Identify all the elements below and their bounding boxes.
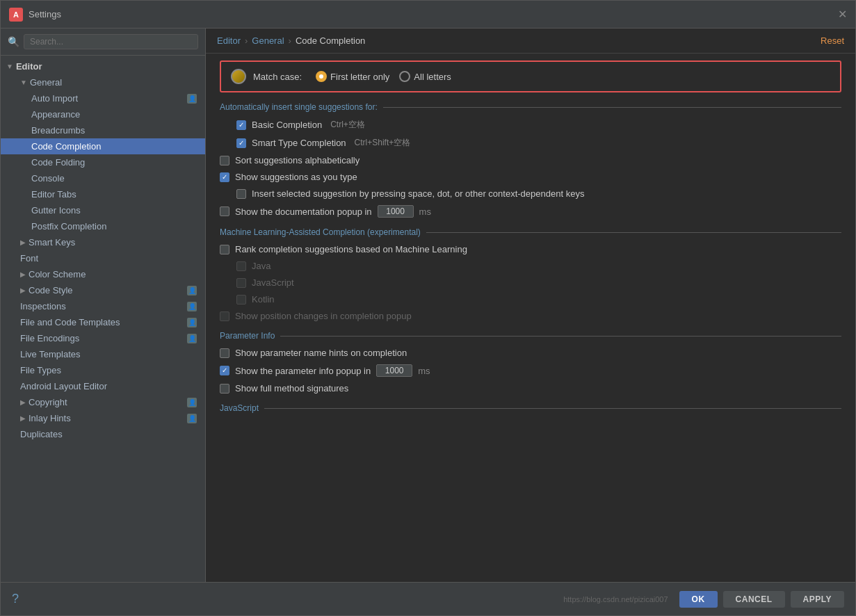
- check-label-show-doc: Show the documentation popup in: [235, 206, 372, 217]
- checkbox-full-method[interactable]: [220, 384, 229, 394]
- badge-icon: 👤: [187, 398, 197, 407]
- badge-icon: 👤: [187, 414, 197, 423]
- sidebar-item-auto-import[interactable]: Auto Import 👤: [1, 90, 205, 106]
- check-row-param-hints: Show parameter name hints on completion: [220, 348, 841, 358]
- search-input[interactable]: [24, 34, 198, 49]
- check-label-sort-alpha: Sort suggestions alphabetically: [235, 155, 360, 165]
- check-label-ml-rank: Rank completion suggestions based on Mac…: [235, 244, 467, 254]
- sidebar-item-file-encodings[interactable]: File Encodings 👤: [1, 330, 205, 346]
- breadcrumb-general[interactable]: General: [252, 35, 284, 46]
- sidebar-item-editor-tabs[interactable]: Editor Tabs: [1, 186, 205, 202]
- checkbox-smart-type[interactable]: [236, 138, 246, 148]
- sidebar-item-inlay-hints[interactable]: ▶ Inlay Hints 👤: [1, 410, 205, 426]
- checkbox-ml-rank[interactable]: [220, 245, 229, 254]
- apply-button[interactable]: APPLY: [791, 591, 844, 608]
- check-label-full-method: Show full method signatures: [235, 383, 348, 394]
- dialog-title: Settings: [29, 9, 61, 19]
- sidebar-item-label: Postfix Completion: [31, 221, 106, 232]
- chevron-right-icon: ▶: [20, 414, 26, 422]
- sidebar-item-file-types[interactable]: File Types: [1, 362, 205, 378]
- chevron-down-icon: ▼: [20, 79, 27, 86]
- check-label-insert-space: Insert selected suggestion by pressing s…: [252, 188, 584, 199]
- radio-all-letters[interactable]: All letters: [399, 71, 451, 82]
- sidebar-item-code-folding[interactable]: Code Folding: [1, 154, 205, 170]
- radio-label-first: First letter only: [330, 72, 389, 82]
- checkbox-basic-completion[interactable]: [236, 120, 246, 130]
- check-row-ml-rank: Rank completion suggestions based on Mac…: [220, 244, 841, 254]
- sidebar-item-label: Copyright: [29, 397, 67, 407]
- checkbox-ml-java[interactable]: [236, 261, 246, 271]
- check-row-ml-kotlin: Kotlin: [220, 294, 841, 305]
- javascript-section-title: JavaScript: [220, 403, 841, 413]
- checkbox-insert-space[interactable]: [236, 189, 246, 199]
- checkbox-ml-kotlin[interactable]: [236, 295, 246, 305]
- reset-button[interactable]: Reset: [821, 35, 844, 46]
- sidebar: 🔍 ▼ Editor ▼ General Auto Import 👤: [1, 29, 206, 582]
- chevron-down-icon: ▼: [6, 63, 13, 70]
- checkbox-show-suggestions[interactable]: [220, 172, 229, 182]
- param-popup-input[interactable]: [376, 364, 412, 377]
- sidebar-item-appearance[interactable]: Appearance: [1, 106, 205, 122]
- sidebar-item-gutter-icons[interactable]: Gutter Icons: [1, 202, 205, 218]
- sidebar-item-code-style[interactable]: ▶ Code Style 👤: [1, 282, 205, 298]
- app-icon: A: [9, 8, 23, 22]
- param-popup-ms-label: ms: [418, 366, 430, 376]
- sidebar-item-duplicates[interactable]: Duplicates: [1, 426, 205, 442]
- check-label-ml-javascript: JavaScript: [252, 277, 294, 288]
- check-label-ml-kotlin: Kotlin: [252, 294, 275, 305]
- checkbox-param-popup[interactable]: [220, 366, 229, 375]
- sidebar-item-live-templates[interactable]: Live Templates: [1, 346, 205, 362]
- sidebar-item-label: Code Folding: [31, 157, 85, 168]
- checkbox-show-position[interactable]: [220, 311, 229, 321]
- ok-button[interactable]: OK: [679, 591, 718, 608]
- ml-section-title: Machine Learning-Assisted Completion (ex…: [220, 227, 841, 237]
- check-label-param-hints: Show parameter name hints on completion: [235, 348, 407, 358]
- main-content: Editor › General › Code Completion Reset…: [206, 29, 855, 582]
- sidebar-item-label: Font: [20, 253, 38, 264]
- sidebar-item-copyright[interactable]: ▶ Copyright 👤: [1, 394, 205, 410]
- check-label-smart-type: Smart Type Completion: [252, 138, 346, 148]
- sidebar-item-color-scheme[interactable]: ▶ Color Scheme: [1, 266, 205, 282]
- sidebar-item-android-layout-editor[interactable]: Android Layout Editor: [1, 378, 205, 394]
- sidebar-item-code-completion[interactable]: Code Completion: [1, 138, 205, 154]
- checkbox-param-hints[interactable]: [220, 348, 229, 358]
- check-row-insert-space: Insert selected suggestion by pressing s…: [220, 188, 841, 199]
- sidebar-item-file-code-templates[interactable]: File and Code Templates 👤: [1, 314, 205, 330]
- radio-circle-all: [399, 71, 410, 82]
- sidebar-item-font[interactable]: Font: [1, 250, 205, 266]
- check-label-ml-java: Java: [252, 261, 270, 271]
- sidebar-item-inspections[interactable]: Inspections 👤: [1, 298, 205, 314]
- radio-first-letter[interactable]: First letter only: [316, 71, 389, 82]
- shortcut-smart-type: Ctrl+Shift+空格: [355, 137, 411, 149]
- sidebar-item-label: Android Layout Editor: [20, 381, 107, 391]
- match-case-checkbox[interactable]: [231, 69, 246, 84]
- checkbox-sort-alpha[interactable]: [220, 156, 229, 165]
- sidebar-item-console[interactable]: Console: [1, 170, 205, 186]
- sidebar-item-label: Inlay Hints: [29, 413, 71, 423]
- breadcrumb-sep-1: ›: [245, 35, 248, 46]
- sidebar-item-editor[interactable]: ▼ Editor: [1, 58, 205, 74]
- close-button[interactable]: ✕: [838, 8, 847, 21]
- doc-popup-ms-label: ms: [419, 206, 431, 217]
- sidebar-item-label: Color Scheme: [29, 269, 86, 279]
- breadcrumb-sep-2: ›: [289, 35, 291, 46]
- cancel-button[interactable]: CANCEL: [723, 591, 785, 608]
- sidebar-item-smart-keys[interactable]: ▶ Smart Keys: [1, 234, 205, 250]
- checkbox-ml-javascript[interactable]: [236, 278, 246, 288]
- check-label-basic-completion: Basic Completion: [252, 120, 322, 130]
- sidebar-item-label: Appearance: [31, 109, 80, 120]
- sidebar-item-breadcrumbs[interactable]: Breadcrumbs: [1, 122, 205, 138]
- sidebar-item-postfix-completion[interactable]: Postfix Completion: [1, 218, 205, 234]
- match-case-label: Match case:: [253, 72, 302, 82]
- sidebar-item-label: Duplicates: [20, 429, 63, 439]
- breadcrumb-editor[interactable]: Editor: [217, 35, 241, 46]
- sidebar-item-general[interactable]: ▼ General: [1, 74, 205, 90]
- check-row-ml-java: Java: [220, 261, 841, 271]
- sidebar-item-label: Inspections: [20, 301, 66, 311]
- check-row-full-method: Show full method signatures: [220, 383, 841, 394]
- chevron-right-icon: ▶: [20, 398, 26, 406]
- checkbox-show-doc[interactable]: [220, 206, 229, 216]
- doc-popup-input[interactable]: [378, 205, 414, 218]
- help-button[interactable]: ?: [12, 592, 19, 606]
- breadcrumb-bar: Editor › General › Code Completion Reset: [206, 29, 855, 54]
